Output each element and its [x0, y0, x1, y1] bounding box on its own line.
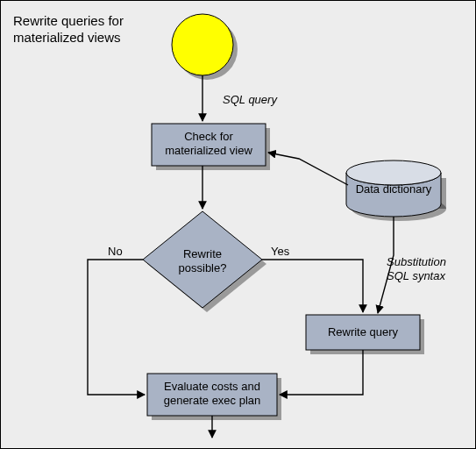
edge-yes: [262, 260, 363, 312]
edge-rewrite-evaluate: [280, 350, 363, 395]
evaluate-node: [147, 374, 277, 416]
rewrite-node: [306, 315, 420, 350]
data-dictionary-node: [346, 160, 446, 221]
start-node: [172, 14, 233, 75]
edge-dict-rewrite: [378, 217, 394, 313]
edge-no: [88, 260, 145, 395]
svg-point-6: [346, 160, 441, 185]
diagram-frame: Rewrite queries formaterialized views: [0, 0, 476, 449]
edge-dict-check: [268, 153, 348, 185]
flow-diagram: [1, 1, 476, 449]
check-node: [152, 124, 266, 166]
decision-node: [143, 211, 266, 312]
